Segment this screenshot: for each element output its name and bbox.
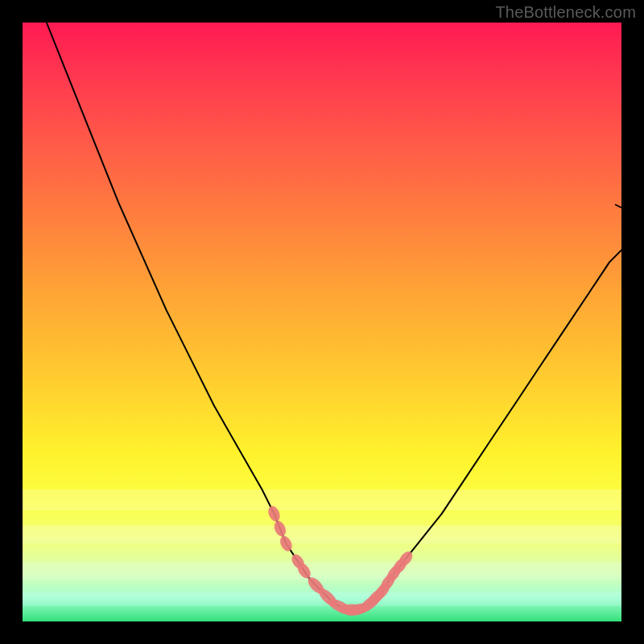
valley-markers — [266, 504, 415, 617]
bottleneck-curve — [47, 23, 621, 609]
plot-area — [23, 23, 621, 621]
curve-layer — [23, 23, 621, 621]
stray-tick — [615, 204, 621, 208]
watermark-label: TheBottleneck.com — [495, 3, 636, 22]
valley-marker — [266, 504, 282, 523]
chart-frame: TheBottleneck.com — [0, 0, 644, 644]
valley-marker — [278, 534, 295, 553]
valley-marker — [272, 519, 288, 538]
curve-path — [47, 23, 621, 609]
